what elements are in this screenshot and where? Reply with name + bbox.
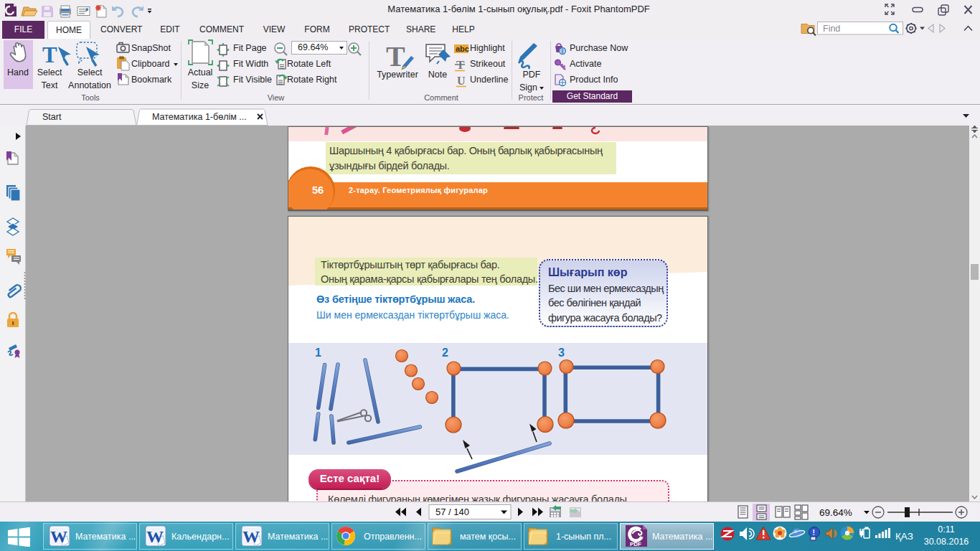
svg-text:Start: Start [42, 112, 62, 122]
svg-text:!: ! [813, 529, 815, 537]
svg-text:abc: abc [456, 44, 469, 53]
svg-text:57 / 140: 57 / 140 [435, 507, 469, 517]
svg-text:Find: Find [823, 24, 840, 34]
svg-text:Математика 1-бөлім ...: Математика 1-бөлім ... [152, 112, 247, 122]
svg-text:PDF: PDF [630, 541, 641, 547]
svg-text:U: U [457, 75, 466, 87]
svg-text:69.64%: 69.64% [819, 507, 852, 518]
svg-text:T: T [42, 42, 57, 67]
svg-text:W: W [50, 527, 67, 546]
